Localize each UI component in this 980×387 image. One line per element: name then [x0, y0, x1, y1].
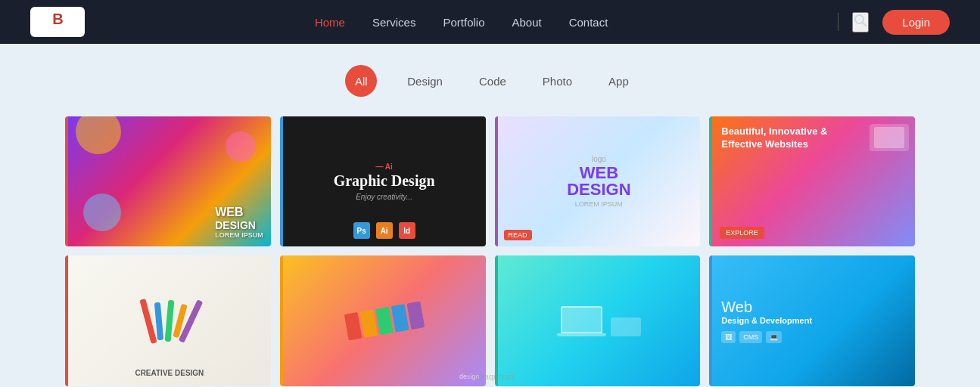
portfolio-item-7[interactable]: [490, 251, 705, 387]
navbar-right: Login: [838, 10, 950, 35]
watermark: mostaqr.com: [466, 372, 514, 381]
nav-links: Home Services Portfolio About Contact: [315, 16, 608, 29]
filter-all[interactable]: All: [345, 65, 377, 97]
filter-app[interactable]: App: [602, 72, 635, 91]
portfolio-item-8[interactable]: Web Design & Development 🖼 CMS 💻: [705, 251, 919, 387]
portfolio-item-5[interactable]: CREATIVE DESIGN: [61, 251, 275, 387]
search-icon: [854, 14, 867, 27]
portfolio-item-6[interactable]: design: [275, 251, 490, 387]
filter-tabs: All Design Code Photo App: [0, 44, 980, 112]
login-button[interactable]: Login: [882, 10, 950, 35]
filter-code[interactable]: Code: [473, 72, 512, 91]
navbar: B Home Services Portfolio About Contact …: [0, 0, 980, 44]
filter-photo[interactable]: Photo: [537, 72, 578, 91]
nav-services[interactable]: Services: [372, 16, 416, 29]
svg-text:B: B: [52, 11, 63, 27]
nav-about[interactable]: About: [512, 16, 541, 29]
portfolio-grid: WEB DESIGN LOREM IPSUM — Ai Graphic Desi…: [0, 112, 980, 387]
portfolio-item-4[interactable]: Beautiful, Innovative &Effective Website…: [705, 112, 919, 251]
nav-divider: [838, 13, 838, 31]
portfolio-item-1[interactable]: WEB DESIGN LOREM IPSUM: [61, 112, 275, 251]
portfolio-item-2[interactable]: — Ai Graphic Design Enjoy creativity... …: [275, 112, 490, 251]
nav-portfolio[interactable]: Portfolio: [443, 16, 484, 29]
brand-logo[interactable]: B: [30, 7, 85, 37]
filter-design[interactable]: Design: [401, 72, 449, 91]
nav-home[interactable]: Home: [315, 16, 345, 29]
svg-line-3: [863, 22, 866, 26]
nav-contact[interactable]: Contact: [569, 16, 608, 29]
portfolio-item-3[interactable]: logo WEB DESIGN LOREM IPSUM READ: [490, 112, 705, 251]
search-button[interactable]: [852, 12, 869, 33]
